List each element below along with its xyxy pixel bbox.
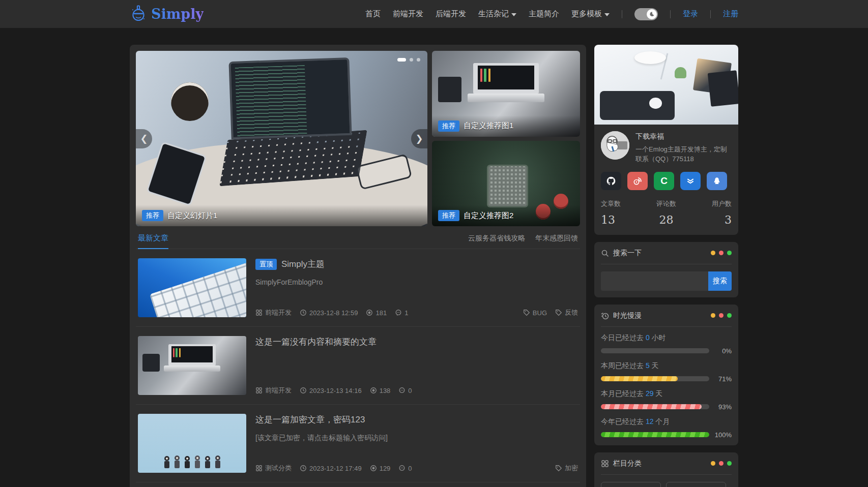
nav-item-backend[interactable]: 后端开发	[436, 9, 466, 19]
carousel-image	[136, 51, 427, 226]
nav-item-more-templates[interactable]: 更多模板	[571, 9, 610, 19]
nav-item-life[interactable]: 生活杂记	[478, 9, 516, 19]
divider	[601, 474, 732, 475]
progress-track	[601, 404, 709, 409]
dark-mode-toggle[interactable]	[634, 8, 658, 20]
time-row-day: 今日已经过去 0 小时 0%	[601, 333, 732, 355]
article-row: 置顶 Simply主题 SimplyForEmblogPro 前端开发 2023…	[136, 249, 580, 327]
stat-users: 用户数 3	[712, 199, 732, 226]
carousel-indicator[interactable]	[417, 58, 420, 62]
nav-item-theme-intro[interactable]: 主题简介	[529, 9, 559, 19]
article-title[interactable]: 这是一篇加密文章，密码123	[255, 414, 365, 425]
mouse-shape	[649, 98, 662, 109]
social-links: C	[601, 172, 732, 190]
article-category[interactable]: 前端开发	[255, 386, 292, 395]
eye-icon	[370, 465, 377, 472]
divider	[710, 10, 711, 18]
green-c-icon[interactable]: C	[654, 172, 674, 190]
article-title[interactable]: Simply主题	[281, 258, 325, 270]
recommended-title[interactable]: 自定义推荐图1	[464, 121, 513, 131]
avatar[interactable]	[601, 131, 629, 160]
article-tag-encrypted[interactable]: 加密	[555, 464, 578, 473]
article-tag-feedback[interactable]: 反馈	[555, 308, 578, 317]
profile-bio: 一个Emlog主题开发博主，定制联系（QQ）775118	[635, 145, 732, 164]
eye-icon	[366, 309, 373, 316]
avatar-cartoon	[601, 131, 629, 160]
site-logo[interactable]: Simply	[130, 5, 204, 24]
laptop-screen-shape	[478, 66, 534, 89]
progress-fill-month	[601, 404, 702, 409]
article-row: 这是一篇没有内容和摘要的文章 前端开发 2023-12-13 14:16 138	[136, 327, 580, 405]
clock-icon	[601, 312, 609, 320]
chevrons-icon[interactable]	[680, 172, 701, 190]
recommended-title[interactable]: 自定义推荐图2	[464, 211, 513, 221]
laptop-shape	[708, 71, 738, 107]
desk-mat-shape	[600, 91, 675, 120]
nav-item-frontend[interactable]: 前端开发	[393, 9, 423, 19]
slide-title[interactable]: 自定义幻灯片1	[167, 211, 217, 221]
tab-latest-articles[interactable]: 最新文章	[138, 233, 168, 249]
window-dots	[711, 313, 732, 318]
promo-link-cloud-server[interactable]: 云服务器省钱攻略	[468, 234, 525, 243]
widget-title: 搜索一下	[613, 249, 642, 258]
category-backend-button[interactable]: 后端开发 1	[666, 482, 726, 487]
sidebar: 下载幸福 一个Emlog主题开发博主，定制联系（QQ）775118 C	[594, 45, 738, 487]
dot-green	[727, 313, 732, 318]
pixel-people-shapes	[162, 452, 223, 473]
article-thumbnail[interactable]	[138, 258, 246, 317]
divider	[601, 264, 732, 264]
category-frontend-button[interactable]: 前端开发 7	[601, 482, 661, 487]
laptop-screen-shape	[231, 59, 350, 137]
article-row: 视频文章	[136, 482, 580, 487]
cpu-shape	[488, 166, 527, 206]
article-tag-bug[interactable]: BUG	[523, 309, 547, 317]
stat-comments: 评论数 28	[656, 199, 676, 226]
article-thumbnail[interactable]	[138, 414, 246, 473]
article-title[interactable]: 这是一篇没有内容和摘要的文章	[255, 336, 377, 348]
article-category[interactable]: 前端开发	[255, 308, 292, 317]
progress-percent: 71%	[709, 375, 732, 383]
article-row: 这是一篇加密文章，密码123 [该文章已加密，请点击标题输入密码访问] 测试分类…	[136, 405, 580, 482]
weibo-icon[interactable]	[627, 172, 648, 190]
search-button[interactable]: 搜索	[708, 271, 732, 291]
article-date: 2023-12-12 17:49	[300, 465, 362, 472]
carousel-indicator[interactable]	[410, 58, 413, 62]
carousel-next-button[interactable]: ❯	[411, 129, 427, 148]
profile-name: 下载幸福	[635, 132, 732, 141]
lamp-shape	[634, 51, 666, 64]
blue-keyboard-image	[138, 258, 246, 317]
article-date: 2023-12-8 12:59	[300, 309, 358, 317]
grid-icon	[255, 465, 263, 472]
article-thumbnail[interactable]	[138, 336, 246, 395]
time-widget: 时光慢漫 今日已经过去 0 小时 0% 本周已经过去 5 天	[594, 305, 738, 445]
recommended-item-2[interactable]: 推荐 自定义推荐图2	[432, 141, 580, 227]
carousel-slide[interactable]: ❮ ❯ 推荐 自定义幻灯片1	[136, 51, 427, 226]
qq-icon[interactable]	[707, 172, 727, 190]
nav-item-home[interactable]: 首页	[365, 9, 381, 19]
stat-articles: 文章数 13	[601, 199, 621, 226]
github-icon[interactable]	[601, 172, 621, 190]
register-link[interactable]: 注册	[723, 9, 738, 19]
laptop-base-shape	[164, 366, 220, 372]
article-category[interactable]: 测试分类	[255, 464, 292, 473]
tag-icon	[555, 309, 562, 316]
carousel-indicator[interactable]	[397, 58, 406, 62]
main-content-card: ❮ ❯ 推荐 自定义幻灯片1 推荐	[130, 45, 586, 487]
login-link[interactable]: 登录	[683, 9, 698, 19]
window-dots	[711, 461, 732, 466]
promo-link-year-end[interactable]: 年末感恩回馈	[535, 234, 578, 243]
progress-track	[601, 432, 709, 437]
tag-icon	[523, 309, 530, 316]
toggle-knob	[647, 9, 657, 19]
laptop-screen-shape	[171, 346, 213, 362]
dot-yellow	[711, 313, 715, 318]
article-comments: 0	[398, 465, 412, 472]
chevron-down-icon	[604, 13, 610, 16]
profile-cover-image[interactable]	[594, 45, 738, 125]
search-input[interactable]	[601, 271, 708, 291]
recommended-item-1[interactable]: 推荐 自定义推荐图1	[432, 51, 580, 137]
grid-icon	[255, 387, 263, 394]
dot-yellow	[711, 251, 715, 255]
tag-icon	[555, 465, 562, 472]
article-views: 138	[370, 387, 391, 394]
